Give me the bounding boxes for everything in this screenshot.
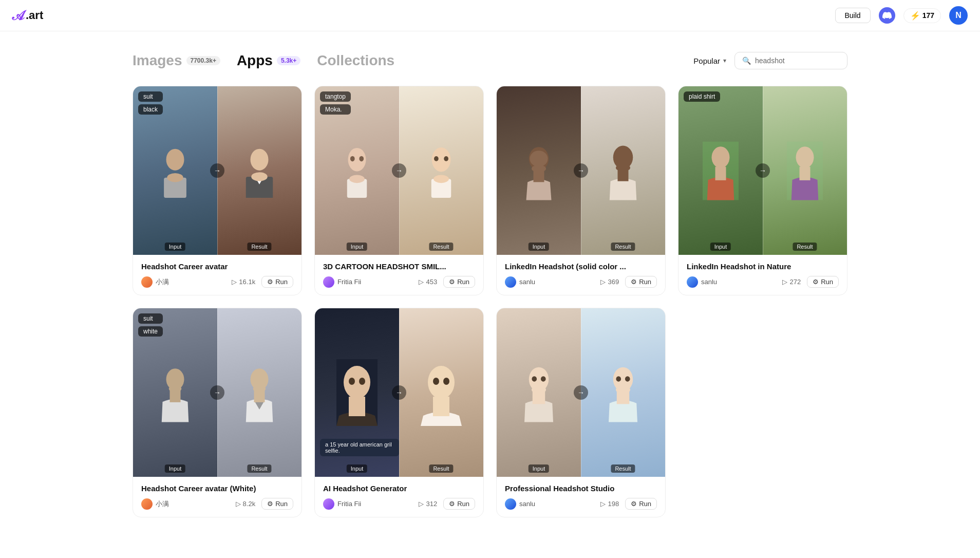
play-icon-6: ▷ <box>419 500 424 508</box>
card-5-run-button[interactable]: ⚙ Run <box>261 498 293 510</box>
search-input[interactable] <box>755 57 840 65</box>
logo[interactable]: 𝒜 .art <box>12 8 43 24</box>
user-avatar[interactable]: N <box>949 6 968 25</box>
svg-rect-29 <box>800 166 811 180</box>
card-1-image: suit black Input → <box>133 86 301 255</box>
card-6-arrow: → <box>392 385 406 400</box>
card-4-meta: sanlu ▷ 272 ⚙ Run <box>687 276 839 288</box>
credits-button[interactable]: ⚡ 177 <box>903 8 941 23</box>
run-icon-7: ⚙ <box>631 500 637 508</box>
card-3-author-avatar <box>505 276 516 288</box>
card-6-author-name: Fritia Fii <box>337 500 361 508</box>
card-2-stats: ▷ 453 ⚙ Run <box>419 276 475 288</box>
run-icon: ⚙ <box>267 278 273 286</box>
card-2-run-label: Run <box>457 278 469 286</box>
card-7[interactable]: Input → Result <box>496 308 666 517</box>
card-5-view-count: 8.2k <box>243 500 256 508</box>
card-3[interactable]: Input → Result L <box>496 86 666 295</box>
card-1-tags: suit black <box>138 91 163 115</box>
card-5-tags: suit white <box>138 313 163 337</box>
card-2-meta: Fritia Fii ▷ 453 ⚙ Run <box>323 276 475 288</box>
tab-collections[interactable]: Collections <box>317 52 394 69</box>
card-3-run-button[interactable]: ⚙ Run <box>625 276 657 288</box>
build-button[interactable]: Build <box>835 8 871 23</box>
run-icon-4: ⚙ <box>813 278 819 286</box>
card-5-arrow: → <box>210 385 224 400</box>
tab-images[interactable]: Images 7700.3k+ <box>133 52 220 69</box>
card-7-run-button[interactable]: ⚙ Run <box>625 498 657 510</box>
card-2-result-label: Result <box>429 243 453 251</box>
card-6-image: a 15 year old american gril selfie. Inpu… <box>315 308 483 477</box>
main-tabs: Images 7700.3k+ Apps 5.3k+ Collections <box>133 52 394 69</box>
card-1-run-button[interactable]: ⚙ Run <box>261 276 293 288</box>
card-1-info: Headshot Career avatar 小满 ▷ 16.1k ⚙ Ru <box>133 255 301 295</box>
card-6-view-count: 312 <box>426 500 437 508</box>
card-4[interactable]: plaid shirt Input → <box>678 86 847 295</box>
credits-value: 177 <box>922 11 934 20</box>
card-5-author: 小满 <box>141 498 169 510</box>
svg-point-32 <box>169 385 182 392</box>
card-2-tag-1: tangtop <box>320 91 351 102</box>
card-6-run-button[interactable]: ⚙ Run <box>443 498 475 510</box>
card-5[interactable]: suit white Input → <box>133 308 302 517</box>
svg-point-48 <box>532 386 546 393</box>
play-icon: ▷ <box>232 278 237 286</box>
card-5-title: Headshot Career avatar (White) <box>141 484 293 493</box>
svg-point-44 <box>433 378 439 385</box>
discord-icon[interactable] <box>879 7 895 24</box>
sort-dropdown[interactable]: Popular ▾ <box>693 57 726 65</box>
card-3-image: Input → Result <box>497 86 665 255</box>
play-icon-7: ▷ <box>600 500 606 508</box>
card-5-tag-2: white <box>138 326 163 337</box>
svg-point-36 <box>253 385 266 392</box>
card-2-view-count: 453 <box>426 278 437 286</box>
card-4-input-label: Input <box>710 243 731 251</box>
card-6-input-label: Input <box>347 464 367 473</box>
card-2-input-label: Input <box>347 243 367 251</box>
card-3-result: Result <box>581 86 665 255</box>
svg-point-25 <box>712 146 730 168</box>
search-box: 🔍 <box>734 52 847 69</box>
card-5-result-label: Result <box>247 464 271 473</box>
card-7-run-label: Run <box>639 500 651 508</box>
svg-rect-43 <box>433 397 449 416</box>
card-7-views: ▷ 198 <box>600 500 619 508</box>
card-4-view-count: 272 <box>789 278 801 286</box>
card-3-info: LinkedIn Headshot (solid color ... sanlu… <box>497 255 665 295</box>
card-4-title: LinkedIn Headshot in Nature <box>687 262 839 271</box>
card-1[interactable]: suit black Input → <box>133 86 302 295</box>
card-2-run-button[interactable]: ⚙ Run <box>443 276 475 288</box>
card-3-author-name: sanlu <box>519 278 535 286</box>
search-icon: 🔍 <box>742 57 751 65</box>
run-icon-6: ⚙ <box>449 500 455 508</box>
chevron-down-icon: ▾ <box>723 57 726 64</box>
card-6-meta: Fritia Fii ▷ 312 ⚙ Run <box>323 498 475 510</box>
play-icon-2: ▷ <box>419 278 424 286</box>
card-7-info: Professional Headshot Studio sanlu ▷ 198… <box>497 477 665 517</box>
card-5-author-avatar <box>141 498 153 510</box>
card-4-input: Input <box>679 86 763 255</box>
card-6[interactable]: a 15 year old american gril selfie. Inpu… <box>314 308 484 517</box>
card-6-result-label: Result <box>429 464 453 473</box>
play-icon-3: ▷ <box>600 278 606 286</box>
toolbar-right: Popular ▾ 🔍 <box>693 52 847 69</box>
card-2-tag-2: Moka. <box>320 104 351 115</box>
card-2-arrow: → <box>392 163 406 178</box>
svg-point-42 <box>428 366 455 399</box>
run-icon-2: ⚙ <box>449 278 455 286</box>
card-2-views: ▷ 453 <box>419 278 437 286</box>
card-7-result: Result <box>581 308 665 477</box>
card-4-run-button[interactable]: ⚙ Run <box>807 276 839 288</box>
card-1-title: Headshot Career avatar <box>141 262 293 271</box>
card-3-input: Input <box>497 86 581 255</box>
card-3-result-label: Result <box>611 243 635 251</box>
card-1-result: Result <box>217 86 301 255</box>
card-2[interactable]: tangtop Moka. Input <box>314 86 484 295</box>
card-3-arrow: → <box>574 163 588 178</box>
svg-point-55 <box>625 376 630 382</box>
svg-point-45 <box>443 378 449 385</box>
card-4-author-name: sanlu <box>701 278 717 286</box>
card-3-views: ▷ 369 <box>600 278 619 286</box>
tab-apps[interactable]: Apps 5.3k+ <box>237 52 300 69</box>
card-4-arrow: → <box>756 163 770 178</box>
